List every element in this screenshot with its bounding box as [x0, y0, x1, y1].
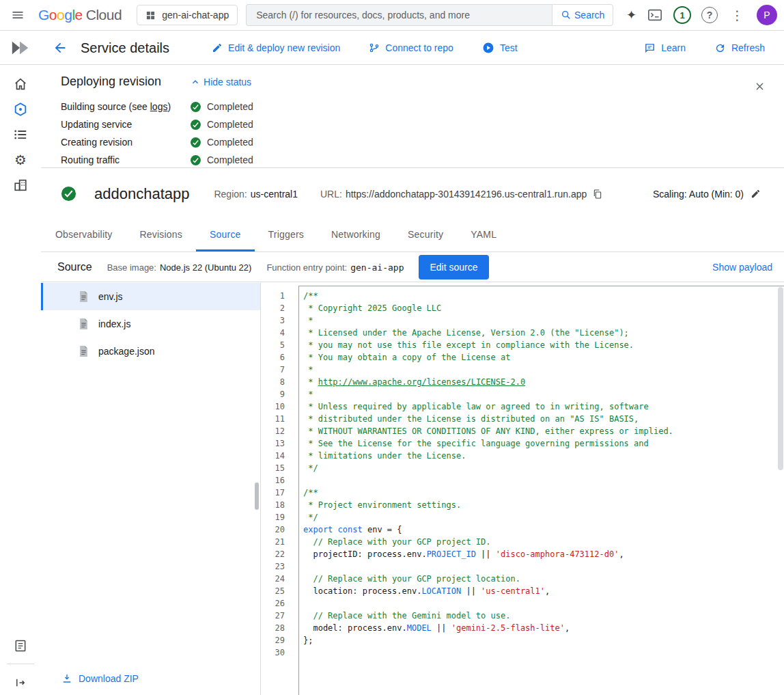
back-arrow-icon	[53, 40, 68, 55]
tab-revisions[interactable]: Revisions	[126, 219, 197, 251]
service-region: Region: us-central1	[214, 189, 298, 200]
search-button[interactable]: Search	[552, 4, 613, 26]
back-button[interactable]	[48, 36, 72, 60]
release-notes-icon[interactable]	[0, 633, 41, 658]
nav-divider	[7, 664, 34, 664]
tab-security[interactable]: Security	[394, 219, 457, 251]
service-healthy-icon	[61, 186, 76, 202]
code-line: */	[303, 462, 774, 474]
deploy-status-list: Building source (see logs)CompletedUpdat…	[61, 98, 784, 169]
nav-domains-icon[interactable]	[0, 172, 41, 197]
appbar-right-actions: Learn Refresh	[644, 42, 784, 54]
close-icon	[754, 81, 766, 92]
collapse-panel-icon[interactable]	[0, 670, 41, 695]
deploy-status-row: Creating revisionCompleted	[61, 133, 784, 151]
help-icon[interactable]: ?	[701, 7, 718, 23]
notifications-badge[interactable]: 1	[673, 6, 691, 24]
code-line: * WITHOUT WARRANTIES OR CONDITIONS OF AN…	[303, 425, 774, 437]
edit-deploy-button[interactable]: Edit & deploy new revision	[212, 42, 340, 53]
play-circle-icon	[482, 42, 494, 54]
line-number: 17	[261, 487, 285, 499]
code-line: location: process.env.LOCATION || 'us-ce…	[303, 585, 774, 597]
file-item-package.json[interactable]: package.json	[41, 338, 260, 365]
code-line: projectID: process.env.PROJECT_ID || 'di…	[303, 548, 774, 560]
refresh-button[interactable]: Refresh	[714, 42, 765, 54]
status-label: Updating service	[61, 119, 190, 130]
service-name: addonchatapp	[94, 185, 189, 203]
tab-networking[interactable]: Networking	[318, 219, 394, 251]
tab-observability[interactable]: Observability	[42, 219, 126, 251]
tab-source[interactable]: Source	[196, 219, 255, 251]
copy-url-button[interactable]	[592, 189, 603, 200]
gemini-sparkle-icon[interactable]: ✦	[626, 8, 636, 23]
project-selector[interactable]: gen-ai-chat-app	[137, 5, 238, 25]
tab-yaml[interactable]: YAML	[457, 219, 510, 251]
more-options-icon[interactable]: ⋮	[728, 8, 746, 23]
line-number: 13	[261, 437, 285, 450]
code-line: *	[303, 364, 774, 376]
check-circle-icon	[190, 154, 201, 166]
search-input[interactable]	[246, 4, 552, 26]
file-panel-scrollbar[interactable]	[255, 482, 259, 510]
google-cloud-logo: Google Cloud	[38, 7, 122, 23]
learn-button[interactable]: Learn	[644, 42, 686, 54]
line-number: 1	[261, 290, 285, 302]
nav-rail-bottom	[0, 633, 41, 695]
pencil-icon	[212, 42, 223, 53]
line-number: 14	[261, 450, 285, 462]
code-line: };	[303, 634, 774, 646]
page-title: Service details	[81, 40, 169, 56]
code-line: // Replace with the Gemini model to use.	[303, 610, 774, 622]
download-zip-button[interactable]: Download ZIP	[61, 673, 139, 684]
code-line: /**	[303, 290, 774, 302]
service-scaling: Scaling: Auto (Min: 0)	[653, 189, 761, 200]
line-numbers: 1234567891011121314151617181920212223242…	[261, 283, 298, 695]
code-line: * See the License for the specific langu…	[303, 437, 774, 450]
code-line: model: process.env.MODEL || 'gemini-2.5-…	[303, 622, 774, 634]
cloud-shell-icon[interactable]	[647, 8, 663, 23]
nav-integrations-icon[interactable]: ⚙	[0, 147, 41, 172]
edit-scaling-button[interactable]	[751, 189, 761, 199]
code-line: * Project environment settings.	[303, 499, 774, 511]
show-payload-link[interactable]: Show payload	[712, 262, 772, 273]
connect-to-repo-button[interactable]: Connect to repo	[369, 42, 453, 53]
file-icon	[79, 345, 89, 357]
nav-home-icon[interactable]	[0, 71, 41, 96]
service-header-bar: Service details Edit & deploy new revisi…	[0, 31, 784, 65]
avatar[interactable]: P	[757, 5, 777, 25]
edit-source-button[interactable]: Edit source	[419, 255, 488, 280]
nav-services-icon-active[interactable]	[0, 96, 41, 122]
line-number: 15	[261, 462, 285, 474]
code-line: *	[303, 314, 774, 327]
code-line	[303, 560, 774, 573]
code-content[interactable]: /** * Copyright 2025 Google LLC * * Lice…	[298, 286, 784, 695]
editor-scrollbar[interactable]	[778, 287, 783, 470]
file-item-env.js[interactable]: env.js	[41, 283, 260, 310]
logs-link[interactable]: logs	[150, 101, 168, 112]
code-line: * limitations under the License.	[303, 450, 774, 462]
pencil-icon	[751, 189, 761, 199]
code-line: /**	[303, 487, 774, 499]
code-line: export const env = {	[303, 523, 774, 536]
line-number: 8	[261, 376, 285, 388]
test-button[interactable]: Test	[482, 42, 518, 54]
service-summary: addonchatapp Region: us-central1 URL: ht…	[41, 169, 784, 219]
line-number: 10	[261, 400, 285, 413]
code-line: *	[303, 388, 774, 400]
deploy-status-row: Building source (see logs)Completed	[61, 98, 784, 115]
line-number: 19	[261, 511, 285, 523]
line-number: 9	[261, 388, 285, 400]
service-url: URL: https://addonchatapp-301439142196.u…	[320, 189, 587, 200]
code-line: * distributed under the License is distr…	[303, 413, 774, 425]
project-icon	[145, 10, 156, 21]
file-item-index.js[interactable]: index.js	[41, 310, 260, 338]
nav-rail-top: ⚙	[0, 66, 41, 197]
hamburger-menu-icon[interactable]	[4, 1, 31, 29]
nav-list-icon[interactable]	[0, 122, 41, 147]
code-line: * Copyright 2025 Google LLC	[303, 302, 774, 314]
hide-status-toggle[interactable]: Hide status	[190, 77, 251, 87]
close-status-button[interactable]	[747, 74, 772, 98]
code-line: * http://www.apache.org/licenses/LICENSE…	[303, 376, 774, 388]
tab-triggers[interactable]: Triggers	[255, 219, 318, 251]
tab-bar: ObservabilityRevisionsSourceTriggersNetw…	[41, 219, 784, 252]
